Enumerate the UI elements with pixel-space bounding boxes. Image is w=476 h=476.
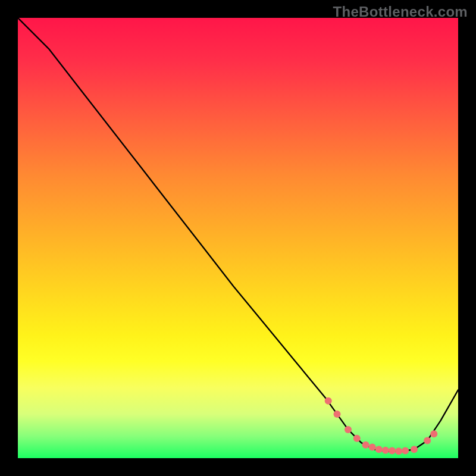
highlight-point xyxy=(375,446,383,453)
highlight-point xyxy=(345,426,352,433)
highlight-point xyxy=(389,447,396,454)
highlight-point xyxy=(362,441,369,449)
highlight-point xyxy=(353,435,361,442)
highlight-point xyxy=(430,430,437,437)
bottleneck-curve xyxy=(18,18,458,452)
highlight-point xyxy=(395,447,402,455)
highlight-point xyxy=(369,444,376,451)
highlight-point xyxy=(325,397,332,405)
chart-svg xyxy=(18,18,458,458)
chart-frame: TheBottleneck.com xyxy=(0,0,476,476)
highlight-point xyxy=(424,437,431,444)
highlight-point-group xyxy=(325,397,438,455)
highlight-point xyxy=(402,447,409,454)
highlight-point xyxy=(334,411,341,418)
highlight-point xyxy=(411,446,418,453)
highlight-point xyxy=(382,447,389,454)
watermark-text: TheBottleneck.com xyxy=(333,4,468,20)
